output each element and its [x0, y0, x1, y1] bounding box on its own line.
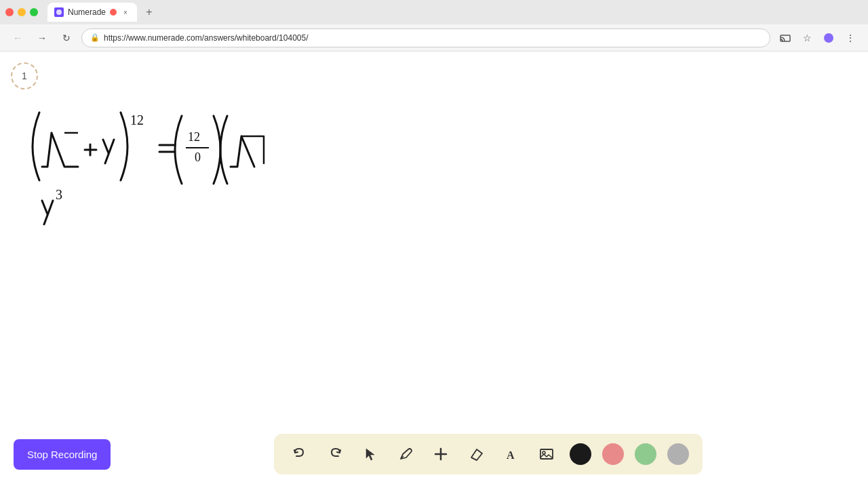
redo-icon	[328, 447, 342, 462]
text-icon: A	[504, 447, 519, 462]
undo-button[interactable]	[288, 442, 312, 466]
tab-title: Numerade	[68, 7, 106, 17]
add-icon	[433, 447, 448, 462]
color-pink[interactable]	[602, 443, 624, 465]
cast-button[interactable]	[776, 28, 795, 47]
redo-button[interactable]	[323, 442, 347, 466]
step-number: 1	[22, 70, 27, 81]
url-text: https://www.numerade.com/answers/whitebo…	[104, 33, 762, 43]
svg-point-2	[824, 33, 833, 43]
reload-icon: ↻	[62, 33, 71, 43]
svg-text:0: 0	[195, 150, 201, 164]
nav-actions: ☆ ⋮	[776, 28, 860, 47]
pen-button[interactable]	[393, 442, 418, 466]
color-gray[interactable]	[667, 443, 689, 465]
page-content: 1	[0, 52, 868, 488]
profile-icon	[823, 33, 834, 43]
svg-text:3: 3	[56, 187, 62, 202]
svg-text:12: 12	[188, 130, 200, 144]
profile-button[interactable]	[819, 28, 838, 47]
math-svg: 12 12 0	[27, 106, 312, 241]
stop-recording-button[interactable]: Stop Recording	[14, 439, 111, 470]
back-button[interactable]: ←	[8, 28, 27, 47]
svg-text:A: A	[507, 449, 515, 461]
reload-button[interactable]: ↻	[57, 28, 76, 47]
text-button[interactable]: A	[499, 442, 524, 466]
traffic-light-yellow[interactable]	[18, 8, 26, 16]
image-icon	[539, 447, 554, 462]
bookmark-button[interactable]: ☆	[797, 28, 816, 47]
active-tab[interactable]: Numerade ×	[47, 3, 137, 22]
select-button[interactable]	[358, 442, 382, 466]
address-bar[interactable]: 🔒 https://www.numerade.com/answers/white…	[81, 28, 770, 47]
tabs-area: Numerade × +	[47, 3, 863, 22]
tab-favicon	[54, 7, 64, 17]
new-tab-button[interactable]: +	[140, 3, 159, 22]
browser-frame: Numerade × + ← → ↻ 🔒 https://www.numerad…	[0, 0, 868, 488]
menu-button[interactable]: ⋮	[841, 28, 860, 47]
svg-line-18	[471, 458, 477, 460]
add-button[interactable]	[429, 442, 453, 466]
cursor-icon	[363, 447, 378, 462]
eraser-icon	[469, 447, 484, 462]
lock-icon: 🔒	[90, 33, 100, 42]
pen-icon	[398, 447, 413, 462]
math-drawing: 12 12 0	[27, 106, 312, 244]
toolbar-container: A	[274, 434, 703, 474]
tab-close-button[interactable]: ×	[121, 7, 130, 17]
nav-bar: ← → ↻ 🔒 https://www.numerade.com/answers…	[0, 24, 868, 52]
back-icon: ←	[13, 33, 22, 43]
title-bar: Numerade × +	[0, 0, 868, 24]
undo-icon	[292, 447, 307, 462]
step-indicator: 1	[11, 62, 38, 89]
image-button[interactable]	[534, 442, 559, 466]
svg-text:12: 12	[130, 113, 144, 127]
recording-dot	[110, 9, 117, 16]
forward-button[interactable]: →	[33, 28, 52, 47]
color-green[interactable]	[635, 443, 656, 465]
traffic-lights	[5, 8, 38, 16]
svg-point-0	[56, 9, 62, 15]
cast-icon	[780, 33, 791, 43]
whiteboard: 1	[0, 52, 868, 488]
color-black[interactable]	[570, 443, 591, 465]
traffic-light-red[interactable]	[5, 8, 14, 16]
forward-icon: →	[37, 33, 47, 43]
eraser-button[interactable]	[464, 442, 488, 466]
traffic-light-green[interactable]	[30, 8, 38, 16]
bottom-bar: Stop Recording	[0, 420, 868, 488]
